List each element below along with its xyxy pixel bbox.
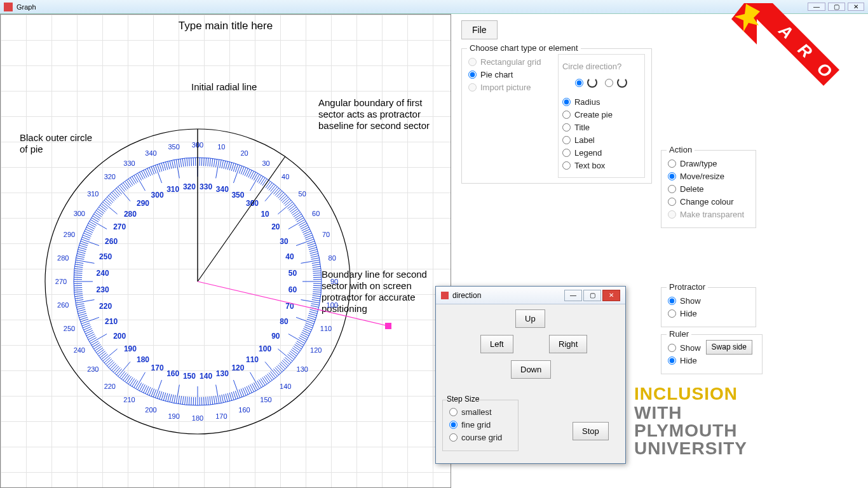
svg-text:290: 290 [137,199,149,208]
swap-side-button[interactable]: Swap side [706,340,752,355]
radio-create-pie[interactable]: Create pie [562,110,641,119]
radio-rect-grid[interactable]: Rectangular grid [468,57,549,67]
svg-line-349 [170,161,172,169]
radio-label[interactable]: Label [562,135,641,145]
svg-line-141 [273,369,279,375]
svg-line-121 [299,337,306,341]
direction-titlebar[interactable]: direction — ▢ ✕ [436,287,625,304]
svg-line-235 [98,351,105,356]
svg-line-320 [115,189,121,196]
svg-line-265 [74,295,83,297]
radio-legend[interactable]: Legend [562,148,641,158]
svg-line-223 [116,369,122,375]
svg-line-79 [310,254,318,255]
radio-ruler-show[interactable]: Show [668,343,701,353]
right-button[interactable]: Right [549,335,587,353]
radio-smallest[interactable]: smallest [449,407,512,417]
svg-line-318 [112,193,118,198]
radio-move[interactable]: Move/resize [668,172,749,181]
svg-line-38 [266,181,271,188]
svg-line-15 [224,161,226,169]
svg-line-96 [313,290,322,290]
svg-line-133 [285,357,291,363]
svg-line-50 [283,199,290,205]
svg-text:280: 280 [124,210,137,219]
left-button[interactable]: Left [480,335,513,353]
radio-delete[interactable]: Delete [668,184,749,194]
radio-draw[interactable]: Draw/type [668,159,749,168]
svg-text:190: 190 [168,412,179,420]
svg-text:200: 200 [113,332,126,341]
svg-line-286 [78,252,86,254]
svg-line-165 [231,392,234,400]
stop-button[interactable]: Stop [573,422,609,440]
svg-text:90: 90 [330,278,338,285]
dw-minimize[interactable]: — [564,290,582,301]
radio-colour[interactable]: Change colour [668,197,749,207]
radio-ruler-hide[interactable]: Hide [668,356,701,365]
svg-line-137 [280,363,285,369]
svg-text:300: 300 [74,210,85,217]
radio-cw[interactable] [575,78,597,88]
svg-text:240: 240 [97,269,109,278]
dw-maximize[interactable]: ▢ [583,290,601,301]
close-button[interactable]: ✕ [848,3,864,11]
chart-canvas[interactable]: Type main title here Initial radial line… [0,14,451,488]
svg-line-134 [283,359,290,365]
svg-line-194 [172,395,173,403]
svg-line-259 [77,308,85,309]
radio-fine[interactable]: fine grid [449,420,512,430]
svg-text:270: 270 [113,222,126,231]
svg-line-77 [309,250,318,252]
radio-title[interactable]: Title [562,123,641,132]
svg-text:260: 260 [57,301,69,309]
svg-line-147 [264,376,268,383]
radio-ccw[interactable] [605,78,627,88]
svg-text:120: 120 [310,346,322,354]
svg-line-284 [76,255,85,257]
svg-line-345 [161,163,164,171]
dw-close[interactable]: ✕ [602,290,620,301]
svg-line-309 [98,207,105,212]
svg-text:10: 10 [217,143,225,151]
svg-line-188 [185,396,186,405]
radio-transparent[interactable]: Make transparent [668,210,749,219]
svg-line-164 [233,391,236,399]
svg-line-84 [312,264,320,266]
svg-line-41 [271,185,276,191]
svg-line-200 [159,391,162,399]
svg-line-269 [74,288,82,288]
svg-line-95 [313,288,322,288]
svg-line-140 [275,367,281,374]
chart-title[interactable]: Type main title here [1,20,451,32]
up-button[interactable]: Up [515,309,545,328]
svg-text:310: 310 [166,185,179,194]
radio-prot-hide[interactable]: Hide [668,309,749,318]
radio-prot-show[interactable]: Show [668,296,749,306]
file-menu[interactable]: File [461,20,498,39]
svg-line-17 [227,162,229,170]
svg-text:70: 70 [322,231,330,238]
radio-textbox[interactable]: Text box [562,161,641,170]
cw-icon [587,78,597,88]
radio-pie-chart[interactable]: Pie chart [468,70,549,79]
svg-line-83 [312,262,320,263]
radio-import-pic[interactable]: Import picture [468,83,549,92]
radio-course[interactable]: course grid [449,433,512,442]
svg-line-35 [261,177,265,184]
svg-line-45 [276,191,282,197]
svg-text:300: 300 [151,191,164,200]
svg-line-143 [271,371,276,377]
svg-text:80: 80 [280,317,288,326]
svg-line-332 [136,174,146,191]
direction-window[interactable]: direction — ▢ ✕ Up Left Right Down Stop … [435,286,626,464]
svg-line-287 [78,250,86,252]
down-button[interactable]: Down [511,360,551,379]
svg-line-48 [281,196,287,201]
svg-text:130: 130 [216,369,229,378]
svg-line-14 [222,160,224,168]
svg-text:220: 220 [99,302,112,311]
svg-line-32 [250,174,260,191]
svg-line-310 [100,205,106,210]
radio-radius[interactable]: Radius [562,97,641,107]
